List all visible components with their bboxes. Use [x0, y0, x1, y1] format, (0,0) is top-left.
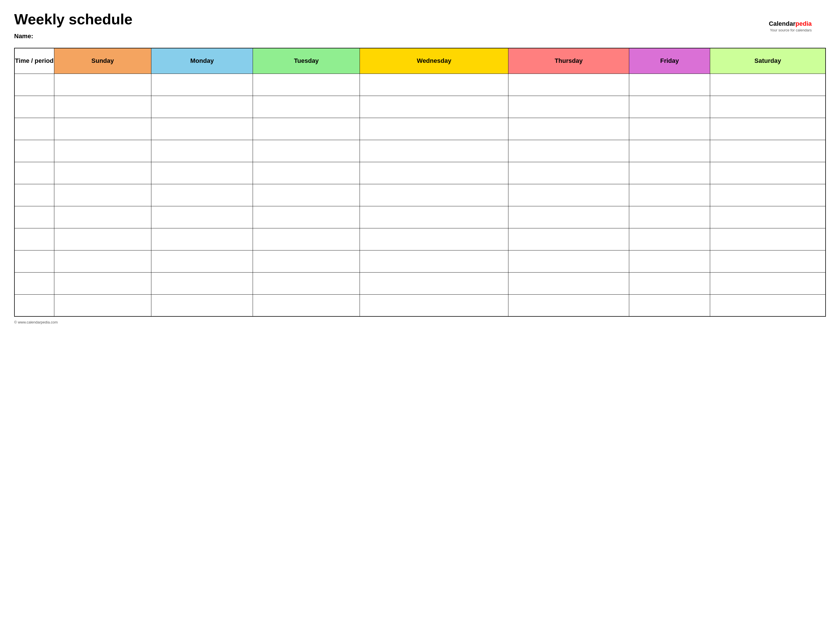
time-cell[interactable]	[15, 206, 54, 228]
schedule-cell[interactable]	[253, 184, 360, 206]
schedule-cell[interactable]	[360, 250, 508, 272]
schedule-cell[interactable]	[508, 272, 629, 294]
schedule-cell[interactable]	[253, 272, 360, 294]
time-cell[interactable]	[15, 294, 54, 317]
schedule-cell[interactable]	[710, 228, 825, 250]
time-cell[interactable]	[15, 250, 54, 272]
schedule-cell[interactable]	[360, 228, 508, 250]
schedule-cell[interactable]	[629, 96, 710, 118]
schedule-cell[interactable]	[710, 162, 825, 184]
time-cell[interactable]	[15, 96, 54, 118]
schedule-cell[interactable]	[360, 272, 508, 294]
schedule-cell[interactable]	[54, 118, 151, 140]
page-title: Weekly schedule	[14, 11, 826, 28]
schedule-cell[interactable]	[253, 228, 360, 250]
schedule-cell[interactable]	[54, 96, 151, 118]
schedule-cell[interactable]	[54, 294, 151, 317]
schedule-cell[interactable]	[360, 162, 508, 184]
time-cell[interactable]	[15, 140, 54, 162]
schedule-cell[interactable]	[151, 184, 253, 206]
header-tuesday: Tuesday	[253, 48, 360, 73]
schedule-cell[interactable]	[710, 73, 825, 96]
time-cell[interactable]	[15, 228, 54, 250]
schedule-cell[interactable]	[360, 206, 508, 228]
schedule-cell[interactable]	[360, 140, 508, 162]
schedule-cell[interactable]	[151, 140, 253, 162]
schedule-cell[interactable]	[151, 118, 253, 140]
schedule-cell[interactable]	[629, 250, 710, 272]
schedule-cell[interactable]	[253, 294, 360, 317]
schedule-cell[interactable]	[629, 140, 710, 162]
schedule-cell[interactable]	[54, 272, 151, 294]
schedule-cell[interactable]	[508, 228, 629, 250]
schedule-cell[interactable]	[710, 184, 825, 206]
time-cell[interactable]	[15, 184, 54, 206]
schedule-cell[interactable]	[710, 250, 825, 272]
time-cell[interactable]	[15, 162, 54, 184]
schedule-cell[interactable]	[508, 294, 629, 317]
table-row	[15, 294, 825, 317]
schedule-cell[interactable]	[253, 96, 360, 118]
schedule-cell[interactable]	[508, 206, 629, 228]
schedule-cell[interactable]	[151, 96, 253, 118]
schedule-cell[interactable]	[710, 294, 825, 317]
schedule-cell[interactable]	[253, 250, 360, 272]
schedule-cell[interactable]	[629, 73, 710, 96]
schedule-cell[interactable]	[710, 118, 825, 140]
schedule-cell[interactable]	[629, 118, 710, 140]
schedule-cell[interactable]	[360, 184, 508, 206]
schedule-cell[interactable]	[54, 162, 151, 184]
schedule-cell[interactable]	[151, 73, 253, 96]
schedule-cell[interactable]	[151, 228, 253, 250]
schedule-cell[interactable]	[360, 118, 508, 140]
schedule-cell[interactable]	[508, 162, 629, 184]
logo-text: Calendarpedia	[769, 22, 812, 27]
schedule-cell[interactable]	[151, 206, 253, 228]
schedule-cell[interactable]	[54, 250, 151, 272]
schedule-cell[interactable]	[629, 162, 710, 184]
schedule-cell[interactable]	[629, 272, 710, 294]
table-row	[15, 162, 825, 184]
schedule-cell[interactable]	[253, 162, 360, 184]
schedule-cell[interactable]	[629, 206, 710, 228]
schedule-cell[interactable]	[508, 250, 629, 272]
schedule-cell[interactable]	[360, 96, 508, 118]
schedule-cell[interactable]	[629, 294, 710, 317]
schedule-cell[interactable]	[54, 73, 151, 96]
schedule-cell[interactable]	[151, 294, 253, 317]
schedule-cell[interactable]	[360, 294, 508, 317]
schedule-cell[interactable]	[508, 96, 629, 118]
schedule-cell[interactable]	[710, 272, 825, 294]
schedule-cell[interactable]	[253, 140, 360, 162]
table-row	[15, 96, 825, 118]
time-cell[interactable]	[15, 73, 54, 96]
schedule-cell[interactable]	[54, 206, 151, 228]
schedule-cell[interactable]	[253, 118, 360, 140]
logo-calendar: Calendar	[769, 20, 795, 27]
header-thursday: Thursday	[508, 48, 629, 73]
schedule-cell[interactable]	[629, 228, 710, 250]
schedule-cell[interactable]	[710, 140, 825, 162]
schedule-cell[interactable]	[54, 228, 151, 250]
logo: Calendarpedia Your source for calendars	[769, 20, 812, 33]
schedule-cell[interactable]	[253, 206, 360, 228]
schedule-cell[interactable]	[629, 184, 710, 206]
schedule-cell[interactable]	[710, 96, 825, 118]
schedule-cell[interactable]	[54, 140, 151, 162]
schedule-cell[interactable]	[151, 162, 253, 184]
schedule-cell[interactable]	[253, 73, 360, 96]
time-cell[interactable]	[15, 118, 54, 140]
schedule-cell[interactable]	[508, 73, 629, 96]
schedule-cell[interactable]	[508, 184, 629, 206]
schedule-cell[interactable]	[151, 272, 253, 294]
schedule-cell[interactable]	[151, 250, 253, 272]
schedule-cell[interactable]	[54, 184, 151, 206]
schedule-cell[interactable]	[508, 140, 629, 162]
schedule-cell[interactable]	[508, 118, 629, 140]
schedule-cell[interactable]	[360, 73, 508, 96]
time-cell[interactable]	[15, 272, 54, 294]
table-row	[15, 250, 825, 272]
footer: © www.calendarpedia.com	[14, 320, 826, 324]
table-row	[15, 140, 825, 162]
schedule-cell[interactable]	[710, 206, 825, 228]
